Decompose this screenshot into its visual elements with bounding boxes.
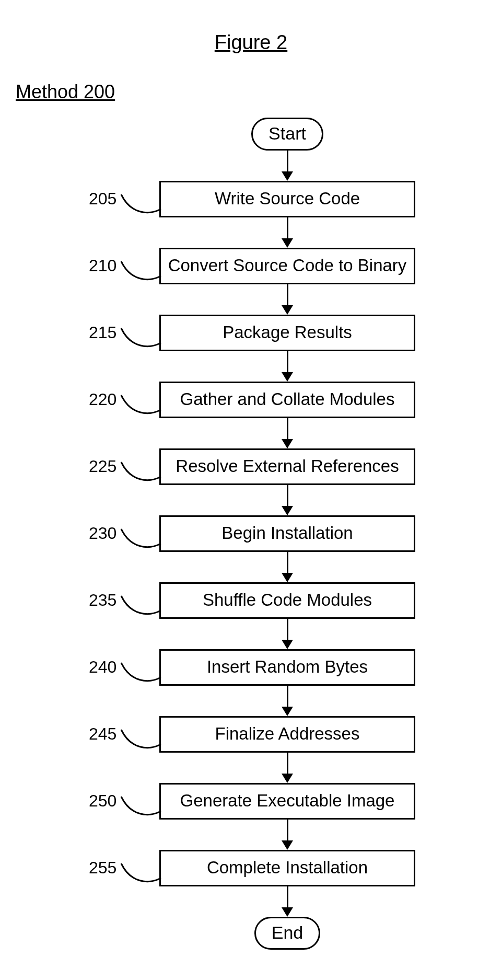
arrow-icon — [282, 351, 293, 382]
arrow-icon — [282, 151, 293, 181]
figure-title: Figure 2 — [0, 31, 502, 54]
leader-line-icon — [120, 394, 162, 418]
ref-230: 230 — [89, 524, 116, 543]
step-245: Finalize Addresses — [159, 716, 415, 753]
arrow-icon — [282, 217, 293, 248]
ref-225: 225 — [89, 457, 116, 476]
leader-line-icon — [120, 461, 162, 485]
method-title: Method 200 — [16, 81, 115, 103]
step-240: Insert Random Bytes — [159, 649, 415, 686]
step-230: Begin Installation — [159, 515, 415, 552]
arrow-icon — [282, 284, 293, 315]
leader-line-icon — [120, 193, 162, 217]
step-215: Package Results — [159, 315, 415, 351]
flowchart-page: Figure 2 Method 200 Start Write Source C… — [0, 0, 502, 980]
ref-205: 205 — [89, 189, 116, 209]
arrow-icon — [282, 686, 293, 716]
leader-line-icon — [120, 729, 162, 753]
leader-line-icon — [120, 528, 162, 552]
ref-255: 255 — [89, 858, 116, 878]
ref-235: 235 — [89, 591, 116, 610]
ref-250: 250 — [89, 791, 116, 811]
ref-210: 210 — [89, 256, 116, 275]
flowchart-column: Start Write Source Code Convert Source C… — [159, 118, 415, 950]
arrow-icon — [282, 552, 293, 582]
step-225: Resolve External References — [159, 448, 415, 485]
arrow-icon — [282, 619, 293, 649]
step-220: Gather and Collate Modules — [159, 382, 415, 418]
arrow-icon — [282, 886, 293, 917]
arrow-icon — [282, 418, 293, 448]
arrow-icon — [282, 753, 293, 783]
ref-245: 245 — [89, 724, 116, 744]
start-terminator: Start — [251, 118, 323, 151]
step-250: Generate Executable Image — [159, 783, 415, 820]
leader-line-icon — [120, 795, 162, 820]
leader-line-icon — [120, 595, 162, 619]
leader-line-icon — [120, 862, 162, 886]
leader-line-icon — [120, 260, 162, 284]
step-255: Complete Installation — [159, 850, 415, 886]
step-210: Convert Source Code to Binary — [159, 248, 415, 284]
end-terminator: End — [254, 917, 321, 950]
ref-215: 215 — [89, 323, 116, 342]
arrow-icon — [282, 485, 293, 515]
arrow-icon — [282, 820, 293, 850]
step-235: Shuffle Code Modules — [159, 582, 415, 619]
step-205: Write Source Code — [159, 181, 415, 217]
leader-line-icon — [120, 327, 162, 351]
leader-line-icon — [120, 662, 162, 686]
ref-240: 240 — [89, 658, 116, 677]
ref-220: 220 — [89, 390, 116, 409]
